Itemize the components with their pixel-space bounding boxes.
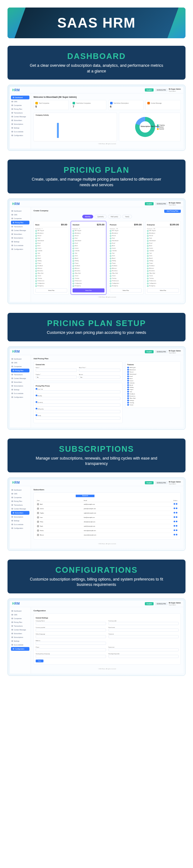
- topbar-user[interactable]: Mr Super AdminSuper Admin: [169, 602, 181, 606]
- sidebar-item-settings[interactable]: Settings: [10, 388, 31, 392]
- price-period-checkbox[interactable]: [36, 414, 37, 416]
- popular-select[interactable]: No: [36, 375, 77, 379]
- feature-checkbox[interactable]: Calendar: [127, 382, 179, 384]
- action-button[interactable]: [176, 512, 177, 514]
- sidebar-item-pricing-plan[interactable]: Pricing Plan: [11, 369, 29, 372]
- language-pill[interactable]: English: [145, 481, 154, 484]
- subs-filter-1[interactable]: [36, 495, 54, 497]
- config-input[interactable]: [109, 635, 179, 638]
- topbar-user[interactable]: Mr Super AdminSuper Admin: [169, 350, 181, 353]
- sidebar-item-subscribers[interactable]: Subscribers: [10, 232, 31, 236]
- add-plan-button[interactable]: Add Pricing Plan: [164, 210, 181, 213]
- sidebar-item-dashboard[interactable]: Dashboard: [10, 609, 31, 613]
- feature-checkbox[interactable]: Noticeboard: [127, 373, 179, 375]
- topbar-user[interactable]: Mr Super Admin Super Admin: [169, 88, 181, 92]
- feature-checkbox[interactable]: Task: [127, 391, 179, 393]
- language-pill[interactable]: English: [145, 88, 154, 92]
- config-input[interactable]: [36, 648, 106, 651]
- sidebar-item-contact-message[interactable]: Contact Message: [10, 628, 31, 632]
- config-input[interactable]: [109, 648, 179, 651]
- tab-monthly[interactable]: Monthly: [82, 215, 93, 218]
- sidebar-item-configuration[interactable]: Configuration: [10, 247, 31, 251]
- sidebar-item-subscribers[interactable]: Subscribers: [10, 380, 31, 384]
- logo[interactable]: HRM: [12, 350, 20, 353]
- subs-filter-2[interactable]: [56, 495, 74, 497]
- sidebar-item-pricing-plan[interactable]: Pricing Plan: [11, 221, 29, 224]
- action-button[interactable]: [176, 529, 177, 531]
- feature-checkbox[interactable]: Recruit: [127, 371, 179, 373]
- sidebar-item-configuration[interactable]: Configuration: [10, 526, 31, 530]
- price-input[interactable]: [36, 397, 120, 400]
- feature-checkbox[interactable]: Invoice: [127, 380, 179, 381]
- sidebar-item-cms[interactable]: CMS: [10, 100, 31, 103]
- config-input[interactable]: [109, 628, 179, 632]
- feature-checkbox[interactable]: HR/Payroll: [127, 367, 179, 368]
- sidebar-item-contact-message[interactable]: Contact Message: [10, 115, 31, 119]
- action-button[interactable]: [176, 525, 177, 527]
- sidebar-item-configuration[interactable]: Configuration: [11, 647, 29, 651]
- price-period-checkbox[interactable]: [36, 395, 37, 396]
- logo[interactable]: HRM: [12, 202, 20, 206]
- basic-price-input[interactable]: [79, 369, 120, 372]
- sidebar-item-contact-message[interactable]: Contact Message: [10, 228, 31, 232]
- sidebar-item-go-to-website[interactable]: Go to website: [10, 643, 31, 647]
- action-button[interactable]: [173, 525, 175, 527]
- feature-checkbox[interactable]: Email: [127, 375, 179, 377]
- config-input[interactable]: [36, 628, 106, 632]
- sidebar-item-transactions[interactable]: Transactions: [10, 225, 31, 228]
- sidebar-item-companies[interactable]: Companies: [10, 217, 31, 220]
- sidebar-item-subscriptions[interactable]: Subscriptions: [10, 515, 31, 519]
- select-plan-button[interactable]: Select Plan: [147, 288, 179, 292]
- feature-checkbox[interactable]: Biometrics: [127, 395, 179, 397]
- action-button[interactable]: [173, 512, 175, 514]
- feature-checkbox[interactable]: Trainer: [127, 404, 179, 406]
- config-input[interactable]: [36, 642, 106, 645]
- sidebar-item-settings[interactable]: Settings: [10, 639, 31, 643]
- action-button[interactable]: [176, 521, 177, 522]
- action-button[interactable]: [173, 521, 175, 522]
- sidebar-item-subscriptions[interactable]: Subscriptions: [10, 122, 31, 126]
- sidebar-item-contact-message[interactable]: Contact Message: [10, 507, 31, 510]
- action-button[interactable]: [176, 503, 177, 505]
- name-input[interactable]: [36, 369, 77, 372]
- feature-checkbox[interactable]: Award: [127, 384, 179, 386]
- select-plan-button[interactable]: Select Plan: [73, 288, 105, 292]
- action-button[interactable]: [173, 503, 175, 505]
- sidebar-item-cms[interactable]: CMS: [10, 213, 31, 217]
- sidebar-item-contact-message[interactable]: Contact Message: [10, 376, 31, 380]
- sidebar-item-pricing-plan[interactable]: Pricing Plan: [10, 107, 31, 111]
- config-input[interactable]: [36, 635, 106, 638]
- access-select[interactable]: Yes: [79, 375, 120, 379]
- language-pill[interactable]: English: [145, 202, 154, 205]
- feature-checkbox[interactable]: Attendance: [127, 369, 179, 371]
- sidebar-item-pricing-plan[interactable]: Pricing Plan: [10, 499, 31, 503]
- logo[interactable]: HRM: [12, 88, 20, 92]
- save-button[interactable]: Save: [36, 659, 43, 662]
- sidebar-item-cms[interactable]: CMS: [10, 492, 31, 496]
- search-button[interactable]: Search: [76, 495, 94, 497]
- sidebar-item-subscribers[interactable]: Subscribers: [11, 511, 29, 515]
- config-input[interactable]: [36, 655, 106, 658]
- sidebar-item-companies[interactable]: Companies: [10, 617, 31, 620]
- sidebar-item-dashboard[interactable]: Dashboard: [10, 488, 31, 492]
- sidebar-item-settings[interactable]: Settings: [10, 240, 31, 244]
- feature-checkbox[interactable]: Training: [127, 402, 179, 403]
- sidebar-item-pricing-plan[interactable]: Pricing Plan: [10, 620, 31, 624]
- logo[interactable]: HRM: [12, 481, 20, 484]
- sidebar-item-companies[interactable]: Companies: [10, 103, 31, 107]
- select-plan-button[interactable]: Select Plan: [110, 288, 142, 292]
- select-plan-button[interactable]: Select Plan: [35, 288, 67, 292]
- sidebar-item-companies[interactable]: Companies: [10, 496, 31, 499]
- price-input[interactable]: [36, 403, 120, 407]
- price-input[interactable]: [36, 390, 120, 394]
- sidebar-item-dashboard[interactable]: Dashboard: [11, 96, 29, 99]
- language-pill[interactable]: English: [145, 350, 154, 353]
- price-period-checkbox[interactable]: [36, 388, 37, 390]
- config-input[interactable]: [36, 622, 106, 625]
- action-button[interactable]: [176, 507, 177, 509]
- sidebar-item-transactions[interactable]: Transactions: [10, 111, 31, 115]
- language-pill[interactable]: English: [145, 602, 154, 605]
- feature-checkbox[interactable]: Holiday: [127, 386, 179, 388]
- tab-quarterly[interactable]: Quarterly: [94, 215, 107, 218]
- action-button[interactable]: [173, 507, 175, 509]
